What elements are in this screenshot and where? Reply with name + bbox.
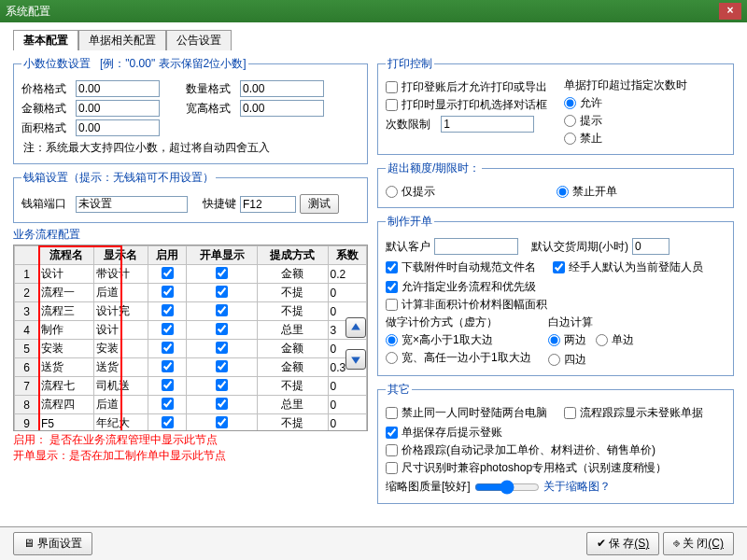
cb-enable[interactable] <box>162 398 174 410</box>
thumb-slider[interactable] <box>474 480 540 495</box>
cb-open[interactable] <box>216 398 228 410</box>
cb-open[interactable] <box>216 379 228 391</box>
move-down-button[interactable] <box>345 349 366 370</box>
cb-open[interactable] <box>216 267 228 279</box>
cycle-label: 默认交货周期(小时) <box>531 239 628 255</box>
cb-price-track[interactable]: 价格跟踪(自动记录加工单价、材料进价、销售单价) <box>386 442 726 458</box>
tabbar: 基本配置 单据相关配置 公告设置 <box>13 30 747 50</box>
th-enable: 启用 <box>148 246 187 265</box>
qty-label: 数量格式 <box>186 81 236 97</box>
dim-label: 做字计价方式（虚方） <box>386 315 531 330</box>
cb-save-hint[interactable]: 单据保存后提示登账 <box>386 425 726 441</box>
table-row[interactable]: 8流程四后道总里0 <box>15 396 367 414</box>
cb-download[interactable]: 下载附件时自动规范文件名 <box>386 259 536 275</box>
cb-allow-flow[interactable]: 允许指定业务流程和优先级 <box>386 279 726 295</box>
close-icon[interactable]: × <box>719 3 741 20</box>
th-coef: 系数 <box>328 246 366 265</box>
cb-enable[interactable] <box>162 379 174 391</box>
cb-single-pc[interactable]: 禁止同一人同时登陆两台电脑 <box>386 405 547 421</box>
r-forbid[interactable]: 禁止 <box>564 131 687 147</box>
r-allow[interactable]: 允许 <box>564 95 687 111</box>
r-forbid-open[interactable]: 禁止开单 <box>557 184 617 200</box>
r-side1[interactable]: 两边 <box>548 332 586 348</box>
table-row[interactable]: 7流程七司机送不提0 <box>15 377 367 396</box>
over-label: 单据打印超过指定次数时 <box>564 77 687 93</box>
wh-input[interactable] <box>240 100 324 117</box>
decimals-group: 小数位数设置 [例："0.00" 表示保留2位小数] 价格格式 数量格式 金额格… <box>13 56 368 164</box>
table-row[interactable]: 3流程三设计完不提0 <box>15 302 367 321</box>
cust-label: 默认客户 <box>386 239 430 255</box>
table-row[interactable]: 9F5年纪大不提0 <box>15 414 367 432</box>
thumb-link[interactable]: 关于缩略图？ <box>543 479 611 495</box>
move-up-button[interactable] <box>345 317 366 338</box>
port-label: 钱箱端口 <box>21 196 72 212</box>
table-row[interactable]: 1设计带设计金额0.2 <box>15 265 367 284</box>
cb-print-after[interactable]: 打印登账后才允许打印或导出 <box>386 79 547 95</box>
table-row[interactable]: 2流程一后道不提0 <box>15 284 367 302</box>
cb-enable[interactable] <box>162 267 174 279</box>
cb-enable[interactable] <box>162 416 174 428</box>
decimals-note: 注：系统最大支持四位小数，超过将自动四舍五入 <box>23 140 359 156</box>
ui-settings-button[interactable]: 🖥 界面设置 <box>13 532 92 555</box>
r-only-hint[interactable]: 仅提示 <box>386 184 435 200</box>
area-input[interactable] <box>76 119 160 136</box>
table-row[interactable]: 5安装安装金额0 <box>15 340 367 358</box>
titlebar: 系统配置 × <box>0 0 747 22</box>
th-mode: 提成方式 <box>257 246 328 265</box>
test-button[interactable]: 测试 <box>300 194 339 214</box>
cb-calc-area[interactable]: 计算非面积计价材料图幅面积 <box>386 297 726 313</box>
cycle-input[interactable] <box>632 238 669 255</box>
cashbox-group: 钱箱设置（提示：无钱箱可不用设置） 钱箱端口 快捷键 测试 <box>13 170 368 223</box>
cb-open[interactable] <box>216 416 228 428</box>
amount-label: 金额格式 <box>21 101 72 117</box>
th-open: 开单显示 <box>187 246 258 265</box>
price-input[interactable] <box>76 80 160 97</box>
cb-open[interactable] <box>216 304 228 316</box>
qty-input[interactable] <box>240 80 324 97</box>
cb-open[interactable] <box>216 286 228 298</box>
save-button[interactable]: ✔ 保 存(S) <box>586 532 660 555</box>
port-input[interactable] <box>76 196 188 213</box>
amount-input[interactable] <box>76 100 160 117</box>
other-group: 其它 禁止同一人同时登陆两台电脑 流程跟踪显示未登账单据 单据保存后提示登账 价… <box>377 382 734 504</box>
cb-open[interactable] <box>216 342 228 354</box>
cb-track[interactable]: 流程跟踪显示未登账单据 <box>564 405 703 421</box>
cust-input[interactable] <box>434 238 518 255</box>
close-button[interactable]: ⎆ 关 闭(C) <box>663 532 734 555</box>
r-side2[interactable]: 单边 <box>596 332 634 348</box>
cb-enable[interactable] <box>162 360 174 372</box>
tab-bill[interactable]: 单据相关配置 <box>78 30 166 50</box>
cb-handler[interactable]: 经手人默认为当前登陆人员 <box>553 259 703 275</box>
cb-open[interactable] <box>216 360 228 372</box>
print-group: 打印控制 打印登账后才允许打印或导出 打印时显示打印机选择对话框 次数限制 单据… <box>377 56 734 155</box>
cb-open[interactable] <box>216 323 228 335</box>
cb-enable[interactable] <box>162 304 174 316</box>
cb-enable[interactable] <box>162 286 174 298</box>
make-legend: 制作开单 <box>386 214 434 230</box>
cashbox-legend: 钱箱设置（提示：无钱箱可不用设置） <box>21 170 216 186</box>
table-row[interactable]: 6送货送货金额0.3 <box>15 358 367 377</box>
r-side3[interactable]: 四边 <box>548 352 634 368</box>
r-dim2[interactable]: 宽、高任一边小于1取大边 <box>386 350 531 366</box>
flow-table: 流程名 显示名 启用 开单显示 提成方式 系数 1设计带设计金额0.22流程一后… <box>14 245 367 431</box>
limit-input[interactable] <box>441 116 534 133</box>
r-hint[interactable]: 提示 <box>564 113 687 129</box>
other-legend: 其它 <box>386 382 412 398</box>
flow-legend: 业务流程配置 <box>13 227 368 243</box>
explain1: 启用： 是否在业务流程管理中显示此节点 <box>13 433 368 447</box>
table-row[interactable]: 4制作设计总里3 <box>15 321 367 340</box>
r-dim1[interactable]: 宽×高小于1取大边 <box>386 332 531 348</box>
th-disp: 显示名 <box>93 246 148 265</box>
area-label: 面积格式 <box>21 120 72 136</box>
print-legend: 打印控制 <box>386 56 434 72</box>
limit-label: 次数限制 <box>386 117 430 133</box>
tab-basic[interactable]: 基本配置 <box>13 30 78 50</box>
side-label: 白边计算 <box>548 315 634 330</box>
hotkey-input[interactable] <box>240 196 296 213</box>
cb-print-dialog[interactable]: 打印时显示打印机选择对话框 <box>386 97 547 113</box>
cb-enable[interactable] <box>162 342 174 354</box>
tab-notice[interactable]: 公告设置 <box>166 30 232 50</box>
cb-enable[interactable] <box>162 323 174 335</box>
explain2: 开单显示：是否在加工制作单中显示此节点 <box>13 449 368 463</box>
cb-ps-compat[interactable]: 尺寸识别时兼容photoshop专用格式（识别速度稍慢） <box>386 460 726 476</box>
